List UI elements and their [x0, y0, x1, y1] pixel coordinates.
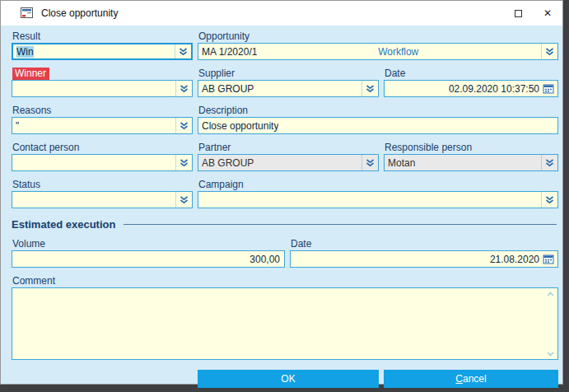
- date-label: Date: [384, 68, 558, 79]
- partner-value: AB GROUP: [202, 157, 254, 169]
- campaign-combobox[interactable]: [198, 191, 558, 208]
- supplier-dropdown-button[interactable]: [361, 81, 378, 96]
- contact-person-combobox[interactable]: [12, 154, 193, 171]
- close-button[interactable]: ✕: [533, 1, 562, 26]
- cancel-button-label: ancel: [463, 373, 487, 385]
- chevron-double-down-icon: [179, 48, 188, 56]
- winner-label-badge: Winner: [12, 68, 49, 80]
- winner-dropdown-button[interactable]: [175, 81, 192, 96]
- responsible-person-dropdown-button[interactable]: [541, 155, 557, 170]
- contact-person-dropdown-button[interactable]: [175, 155, 192, 170]
- description-input[interactable]: Close opportunity: [198, 117, 558, 134]
- partner-combobox[interactable]: AB GROUP: [198, 154, 379, 171]
- button-row-spacer: [12, 370, 193, 388]
- date-calendar-button[interactable]: [541, 81, 556, 96]
- chevron-double-down-icon: [545, 196, 554, 204]
- close-opportunity-dialog: Close opportunity ✕ Result Win: [0, 0, 563, 385]
- status-label: Status: [12, 179, 193, 190]
- chevron-double-down-icon: [180, 196, 189, 204]
- partner-dropdown-button[interactable]: [361, 155, 378, 170]
- supplier-label: Supplier: [198, 68, 379, 79]
- chevron-double-down-icon: [366, 85, 375, 93]
- scroll-up-button[interactable]: [546, 290, 555, 297]
- maximize-icon: [515, 10, 522, 17]
- opportunity-label: Opportunity: [198, 30, 558, 42]
- result-dropdown-button[interactable]: [175, 44, 191, 58]
- chevron-double-down-icon: [180, 122, 189, 130]
- opportunity-value: MA 1/2020/1: [202, 46, 257, 58]
- supplier-combobox[interactable]: AB GROUP: [198, 80, 379, 97]
- maximize-button[interactable]: [503, 1, 533, 26]
- section-title: Estimated execution: [12, 218, 115, 231]
- contact-person-label: Contact person: [12, 142, 193, 153]
- reasons-combobox[interactable]: ": [12, 117, 193, 134]
- workflow-dropdown-button[interactable]: [541, 44, 557, 59]
- cancel-button[interactable]: Cancel: [384, 370, 558, 388]
- reasons-label: Reasons: [12, 105, 193, 116]
- calendar-icon: [543, 83, 554, 94]
- partner-label: Partner: [198, 142, 379, 153]
- ok-button-label: OK: [281, 373, 295, 385]
- estimated-date-label: Date: [290, 238, 558, 250]
- estimated-execution-section-header: Estimated execution: [12, 218, 558, 231]
- chevron-double-down-icon: [545, 159, 554, 167]
- scroll-down-button[interactable]: [546, 350, 555, 357]
- campaign-dropdown-button[interactable]: [541, 192, 557, 208]
- estimated-date-calendar-button[interactable]: [541, 251, 556, 267]
- campaign-label: Campaign: [198, 179, 558, 190]
- volume-value: 300,00: [250, 254, 280, 265]
- estimated-date-field[interactable]: 21.08.2020: [290, 250, 558, 268]
- comment-textarea[interactable]: [12, 287, 558, 360]
- result-value: Win: [16, 46, 34, 58]
- chevron-double-down-icon: [180, 159, 189, 167]
- window-title: Close opportunity: [41, 7, 118, 19]
- description-value: Close opportunity: [202, 120, 278, 132]
- volume-label: Volume: [12, 238, 285, 250]
- desktop-background: Close opportunity ✕ Result Win: [0, 0, 569, 392]
- volume-input[interactable]: 300,00: [12, 250, 285, 268]
- calendar-icon: [543, 254, 554, 264]
- chevron-double-down-icon: [180, 85, 189, 93]
- date-field[interactable]: 02.09.2020 10:37:50: [384, 80, 558, 97]
- opportunity-field[interactable]: MA 1/2020/1 Workflow: [198, 43, 558, 60]
- ok-button[interactable]: OK: [198, 370, 379, 388]
- workflow-link[interactable]: Workflow: [378, 46, 420, 58]
- estimated-date-value: 21.08.2020: [490, 254, 539, 265]
- close-icon: ✕: [543, 8, 552, 18]
- chevron-down-icon: [547, 352, 554, 357]
- status-combobox[interactable]: [12, 191, 193, 208]
- status-dropdown-button[interactable]: [175, 192, 192, 208]
- chevron-double-down-icon: [366, 159, 375, 167]
- responsible-person-combobox[interactable]: Motan: [384, 154, 558, 171]
- responsible-person-label: Responsible person: [384, 142, 558, 153]
- result-combobox[interactable]: Win: [12, 43, 193, 60]
- chevron-double-down-icon: [545, 48, 554, 56]
- window-controls: ✕: [503, 1, 562, 26]
- dialog-body: Result Win Opportunity MA 1/2020/1 Workf…: [1, 30, 562, 388]
- responsible-person-value: Motan: [388, 157, 415, 169]
- description-label: Description: [198, 105, 558, 116]
- reasons-value: ": [16, 120, 19, 132]
- section-divider: [124, 224, 557, 225]
- cancel-button-accelerator: C: [455, 373, 463, 385]
- reasons-dropdown-button[interactable]: [175, 118, 192, 133]
- winner-combobox[interactable]: [12, 80, 193, 97]
- result-label: Result: [12, 30, 193, 42]
- supplier-value: AB GROUP: [202, 83, 254, 95]
- date-value: 02.09.2020 10:37:50: [449, 83, 539, 95]
- chevron-up-icon: [547, 292, 554, 296]
- comment-label: Comment: [12, 275, 558, 287]
- titlebar: Close opportunity ✕: [1, 1, 562, 26]
- app-icon: [21, 7, 35, 19]
- winner-label: Winner: [12, 68, 193, 79]
